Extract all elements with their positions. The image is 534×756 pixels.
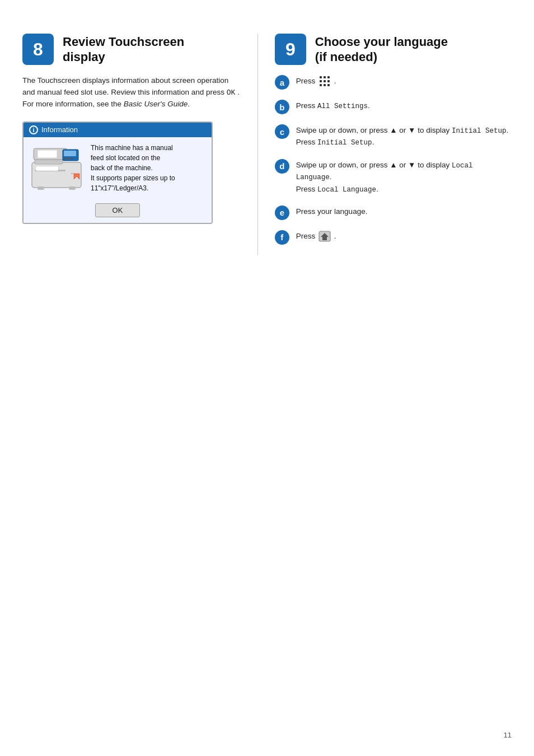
svg-rect-11 <box>38 186 44 190</box>
info-screen-text: This machine has a manual feed slot loca… <box>91 143 206 193</box>
printer-image <box>29 143 85 193</box>
step-8-header: 8 Review Touchscreen display <box>22 34 241 65</box>
step-9f-text: Press . <box>296 230 336 242</box>
svg-point-6 <box>64 157 66 160</box>
step-9e-letter: e <box>275 206 289 220</box>
step-9-title: Choose your language (if needed) <box>315 34 448 65</box>
page-number: 11 <box>504 731 512 739</box>
step-9d-letter: d <box>275 159 289 174</box>
step-9a-letter: a <box>275 75 289 90</box>
section-9: 9 Choose your language (if needed) a Pre… <box>258 34 512 255</box>
svg-point-7 <box>67 157 69 160</box>
step-9c: c Swipe up or down, or press ▲ or ▼ to d… <box>275 124 512 149</box>
svg-point-8 <box>71 157 73 160</box>
info-screen-ok-area: OK <box>24 199 212 223</box>
svg-rect-5 <box>64 151 76 156</box>
svg-rect-10 <box>36 166 58 171</box>
info-screen-header: i Information <box>24 123 212 137</box>
step-9-header: 9 Choose your language (if needed) <box>275 34 512 65</box>
step-9d: d Swipe up or down, or press ▲ or ▼ to d… <box>275 159 512 195</box>
svg-rect-3 <box>38 150 57 158</box>
info-screen: i Information <box>22 122 213 224</box>
ok-button[interactable]: OK <box>95 203 140 217</box>
step-9a: a Press . <box>275 75 512 90</box>
step-9f: f Press . <box>275 230 512 245</box>
info-icon: i <box>29 125 38 134</box>
step-9-badge: 9 <box>275 34 306 65</box>
step-9f-letter: f <box>275 230 289 245</box>
info-screen-body: This machine has a manual feed slot loca… <box>24 137 212 199</box>
home-icon <box>318 231 331 242</box>
step-9c-letter: c <box>275 124 289 139</box>
step-8-badge: 8 <box>22 34 54 65</box>
step-8-title: Review Touchscreen display <box>63 34 184 65</box>
step-9-list: a Press . b Press All Settings. <box>275 75 512 245</box>
section-8: 8 Review Touchscreen display The Touchsc… <box>22 34 258 255</box>
step-9a-text: Press . <box>296 75 336 87</box>
step-8-description: The Touchscreen displays information abo… <box>22 75 241 110</box>
step-9e-text: Press your language. <box>296 206 368 218</box>
menu-icon <box>318 76 331 87</box>
step-9b-text: Press All Settings. <box>296 100 370 112</box>
step-9d-text: Swipe up or down, or press ▲ or ▼ to dis… <box>296 159 512 195</box>
step-9c-text: Swipe up or down, or press ▲ or ▼ to dis… <box>296 124 508 149</box>
step-9b: b Press All Settings. <box>275 100 512 114</box>
step-9b-letter: b <box>275 100 289 114</box>
svg-rect-12 <box>69 186 76 190</box>
step-9e: e Press your language. <box>275 206 512 220</box>
